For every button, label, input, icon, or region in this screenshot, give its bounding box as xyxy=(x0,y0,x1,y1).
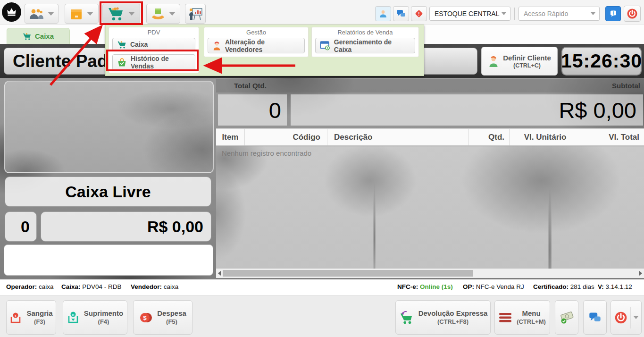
sangria-button[interactable]: 1 Sangria (F3) xyxy=(6,300,56,335)
support-chat-button[interactable] xyxy=(583,300,607,335)
register-status-panel: Caixa Livre xyxy=(5,177,211,207)
status-certificado: Certificado: 281 dias xyxy=(533,283,594,290)
svg-text:1: 1 xyxy=(15,313,17,318)
register-status-label: Caixa Livre xyxy=(65,183,151,201)
tab-caixa[interactable]: Caixa xyxy=(7,28,70,44)
stock-select-value: ESTOQUE CENTRAL xyxy=(435,10,499,17)
menu-group-gestao: Gestão Alteração de Vendedores xyxy=(204,27,309,57)
quick-access-select[interactable]: Acesso Rápido xyxy=(519,7,600,21)
col-vl-unitario: Vl. Unitário xyxy=(510,129,581,145)
chevron-down-icon xyxy=(591,12,595,15)
chat-bubbles-icon xyxy=(589,312,601,323)
user-icon xyxy=(379,9,387,18)
menu-group-relatorios: Relatórios de Venda Gerenciamento de Cai… xyxy=(311,27,419,57)
empty-table-message: Nenhum registro encontrado xyxy=(222,149,311,157)
menu-button[interactable]: Menu (CTRL+M) xyxy=(494,300,550,335)
user-profile-button[interactable] xyxy=(375,6,391,21)
total-qty-value: 0 xyxy=(269,97,281,123)
menu-item-alteracao-de-vendedores[interactable]: Alteração de Vendedores xyxy=(208,38,305,53)
col-codigo: Código xyxy=(245,129,327,145)
chevron-down-icon xyxy=(634,316,638,319)
scroll-right-arrow-icon[interactable] xyxy=(639,271,642,276)
menu-group-relatorios-title: Relatórios de Venda xyxy=(312,27,418,36)
menu-group-pdv-title: PDV xyxy=(109,27,199,36)
power-menu-button[interactable] xyxy=(611,300,642,335)
annotation-box-historico-item xyxy=(106,50,199,71)
tab-caixa-label: Caixa xyxy=(35,32,54,40)
svg-text:!: ! xyxy=(418,11,419,17)
devolucao-expressa-button[interactable]: Devolução Expressa (CTRL+F8) xyxy=(395,300,491,335)
reports-button[interactable] xyxy=(185,4,206,24)
sangria-label: Sangria xyxy=(26,309,52,318)
horizontal-scrollbar[interactable] xyxy=(216,269,644,278)
status-operador: Operador: caixa xyxy=(6,283,54,290)
hands-cube-icon xyxy=(151,7,165,20)
hamburger-icon xyxy=(499,312,512,323)
info-button[interactable]: i xyxy=(605,6,621,21)
alert-diamond-icon: ! xyxy=(414,9,424,18)
promo-image-panel xyxy=(4,81,214,173)
menu-group-gestao-title: Gestão xyxy=(204,27,308,36)
product-code-input[interactable] xyxy=(4,244,213,276)
seller-person-icon xyxy=(212,41,221,51)
pos-application: ! ESTOQUE CENTRAL Acesso Rápido i xyxy=(0,0,644,337)
define-client-button[interactable]: Definir Cliente (CTRL+C) xyxy=(481,47,558,76)
cash-out-icon: 1 xyxy=(9,311,22,324)
svg-text:i: i xyxy=(612,11,613,16)
crown-icon xyxy=(6,6,17,18)
client-person-icon xyxy=(488,55,499,67)
cart-icon xyxy=(117,41,126,49)
col-qtd: Qtd. xyxy=(468,129,510,145)
power-icon xyxy=(614,311,627,324)
bottom-action-bar: 1 Sangria (F3) 0 Suprimento (F4) xyxy=(0,295,644,337)
chevron-down-icon xyxy=(502,12,506,15)
item-count-panel: 0 xyxy=(5,211,37,242)
scrollbar-thumb[interactable] xyxy=(223,270,473,277)
define-client-shortcut: (CTRL+C) xyxy=(503,62,551,69)
menu-item-gerenciamento-label: Gerenciamento de Caixa xyxy=(334,38,410,53)
status-bar: Operador: caixa Caixa: PDV04 - RDB Vende… xyxy=(0,279,644,295)
messages-button[interactable] xyxy=(393,6,409,21)
menu-item-caixa[interactable]: Caixa xyxy=(112,38,195,51)
suprimento-button[interactable]: 0 Suprimento (F4) xyxy=(63,300,127,335)
products-menu-button[interactable] xyxy=(65,4,99,24)
toolbar-divider xyxy=(514,8,515,20)
brand-crown-logo xyxy=(2,2,21,22)
alerts-button[interactable]: ! xyxy=(411,6,427,21)
top-toolbar: ! ESTOQUE CENTRAL Acesso Rápido i xyxy=(0,0,644,25)
define-client-label: Definir Cliente xyxy=(503,54,551,62)
subtotal-value: R$ 0,00 xyxy=(559,97,636,123)
chevron-down-icon xyxy=(48,12,54,16)
status-nfce: NFC-e: Online (1s) xyxy=(397,283,453,290)
menu-item-gerenciamento-de-caixa[interactable]: Gerenciamento de Caixa xyxy=(315,38,415,53)
subtotal-label: Subtotal xyxy=(612,82,640,90)
purchases-menu-button[interactable] xyxy=(146,4,180,24)
fiscal-check-button[interactable] xyxy=(555,300,578,335)
money-check-icon xyxy=(560,311,574,324)
svg-text:0: 0 xyxy=(72,312,75,317)
window-clock-icon xyxy=(320,41,330,51)
item-count-value: 0 xyxy=(21,218,30,236)
info-bubble-icon: i xyxy=(610,10,617,17)
status-version: V: 3.14.1.12 xyxy=(598,283,632,290)
items-table-header: Item Código Descrição Qtd. Vl. Unitário … xyxy=(216,128,644,146)
suprimento-label: Suprimento xyxy=(84,309,123,318)
expense-coin-icon: $ xyxy=(139,312,152,324)
suprimento-shortcut: (F4) xyxy=(84,318,123,326)
status-caixa: Caixa: PDV04 - RDB xyxy=(61,283,122,290)
stock-select[interactable]: ESTOQUE CENTRAL xyxy=(429,7,510,21)
customers-menu-button[interactable] xyxy=(25,4,59,24)
col-vl-total: Vl. Total xyxy=(581,129,644,145)
exit-button[interactable] xyxy=(624,6,641,22)
scroll-left-arrow-icon[interactable] xyxy=(218,271,221,276)
menu-item-caixa-label: Caixa xyxy=(130,41,148,48)
menu-item-alteracao-label: Alteração de Vendedores xyxy=(225,38,300,53)
power-icon xyxy=(627,8,638,19)
col-descricao: Descrição xyxy=(327,129,468,145)
items-table-body: Nenhum registro encontrado xyxy=(216,146,644,269)
despesa-button[interactable]: $ Despesa (F5) xyxy=(133,300,192,335)
subtotal-display: R$ 0,00 xyxy=(291,94,643,126)
return-cart-icon xyxy=(399,311,414,325)
people-group-icon xyxy=(29,8,44,20)
annotation-box-cart-button xyxy=(100,1,143,25)
